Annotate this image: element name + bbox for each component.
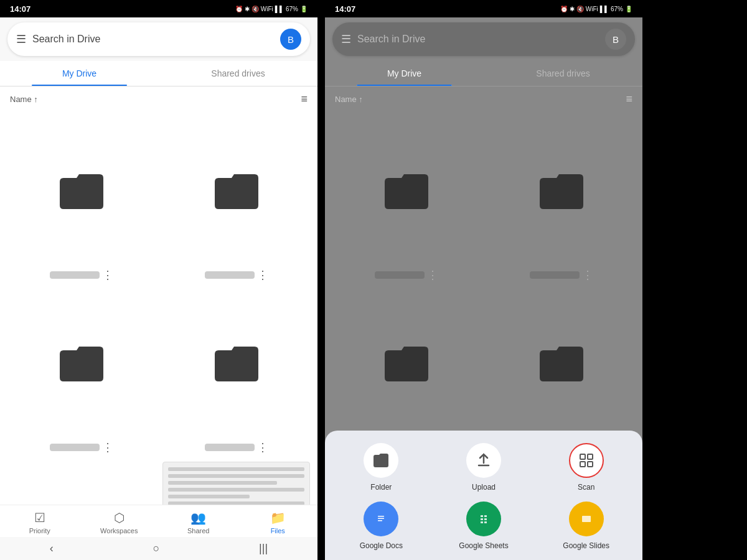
folder-svg-3 <box>57 342 106 385</box>
folder-item-r2: ⋮ <box>487 117 635 282</box>
folder-label-row-r2: ⋮ <box>487 268 635 282</box>
wifi-icon: WiFi <box>261 6 273 12</box>
svg-rect-1 <box>588 454 593 459</box>
folder-name-blurred-1 <box>50 271 100 279</box>
docs-action-label: Google Docs <box>360 541 403 550</box>
folder-name-blurred-3 <box>50 444 100 451</box>
recents-btn-left[interactable]: ||| <box>259 542 268 555</box>
folder-item-r1: ⋮ <box>332 117 480 282</box>
action-item-folder[interactable]: Folder <box>335 443 428 492</box>
sort-label-left[interactable]: Name ↑ <box>10 95 38 104</box>
priority-icon: ☑ <box>34 510 45 525</box>
list-view-icon-left[interactable]: ≡ <box>301 93 308 106</box>
folder-name-blurred-r2 <box>530 271 580 279</box>
folder-item-r3: ⋮ <box>332 289 480 454</box>
tabs-left: My Drive Shared drives <box>0 61 317 86</box>
nav-item-priority[interactable]: ☑ Priority <box>0 510 80 534</box>
svg-rect-0 <box>580 454 585 459</box>
svg-rect-5 <box>378 516 384 517</box>
doc-preview-1 <box>162 462 310 505</box>
folder-icon-3 <box>7 289 155 437</box>
more-dots-2[interactable]: ⋮ <box>257 268 268 282</box>
sort-bar-left: Name ↑ ≡ <box>0 86 317 112</box>
sheets-action-label: Google Sheets <box>459 541 508 550</box>
nav-item-workspaces[interactable]: ⬡ Workspaces <box>80 510 159 534</box>
slides-action-label: Google Slides <box>563 541 609 550</box>
folder-item-r4: ⋮ <box>487 289 635 454</box>
status-icons-right: ⏰ ✱ 🔇 WiFi ▌▌ 67% 🔋 <box>560 6 632 12</box>
avatar-left[interactable]: B <box>280 29 301 50</box>
tabs-right: My Drive Shared drives <box>325 61 642 86</box>
battery-left: 67% <box>286 6 298 12</box>
tab-my-drive-left[interactable]: My Drive <box>0 61 159 86</box>
nav-item-files[interactable]: 📁 Files <box>238 510 318 534</box>
shared-icon: 👥 <box>190 510 206 525</box>
action-item-slides[interactable]: Google Slides <box>540 502 632 550</box>
folder-action-label: Folder <box>370 483 392 492</box>
avatar-right[interactable]: B <box>605 29 626 50</box>
workspaces-icon: ⬡ <box>114 510 125 525</box>
folder-name-blurred-r1 <box>375 271 425 279</box>
folder-item-3[interactable]: ⋮ <box>7 289 155 454</box>
svg-rect-12 <box>484 518 487 520</box>
folder-item-1[interactable]: ⋮ <box>7 117 155 282</box>
folder-icon-svg <box>372 452 390 469</box>
more-dots-r1: ⋮ <box>427 268 438 282</box>
status-bar-left: 14:07 ⏰ ✱ 🔇 WiFi ▌▌ 67% 🔋 <box>0 0 317 17</box>
list-view-icon-right[interactable]: ≡ <box>626 93 632 106</box>
folder-svg-2 <box>212 169 261 213</box>
more-dots-4[interactable]: ⋮ <box>257 441 268 454</box>
action-item-sheets[interactable]: Google Sheets <box>438 502 530 550</box>
bluetooth-icon: ✱ <box>245 6 250 12</box>
doc-line-2 <box>168 474 304 478</box>
folder-label-row-1: ⋮ <box>7 268 155 282</box>
nav-item-shared[interactable]: 👥 Shared <box>159 510 238 534</box>
workspaces-label: Workspaces <box>100 527 138 534</box>
home-btn-left[interactable]: ○ <box>153 542 160 555</box>
folder-item-5[interactable]: ⋮ <box>7 462 155 505</box>
search-bar-right[interactable]: ☰ Search in Drive B <box>332 22 635 56</box>
docs-icon-svg <box>374 511 388 526</box>
folder-icon-r1 <box>332 117 480 264</box>
folder-icon-4 <box>162 289 310 437</box>
svg-rect-10 <box>484 515 487 517</box>
folder-grid-left: ⋮ ⋮ <box>7 117 310 505</box>
folder-label-row-3: ⋮ <box>7 441 155 454</box>
hamburger-icon-right[interactable]: ☰ <box>341 32 351 46</box>
folder-svg-r2 <box>537 169 586 213</box>
sort-label-right[interactable]: Name ↑ <box>335 95 363 104</box>
doc-item-1[interactable]: ≡ ⋮ + • • • <box>162 462 310 505</box>
tab-shared-drives-right[interactable]: Shared drives <box>484 61 642 86</box>
sound-icon-r: 🔇 <box>576 6 584 12</box>
folder-icon-5 <box>7 462 155 505</box>
left-phone: 14:07 ⏰ ✱ 🔇 WiFi ▌▌ 67% 🔋 ☰ Search in Dr… <box>0 0 317 560</box>
back-btn-left[interactable]: ‹ <box>50 542 54 555</box>
battery-icon: 🔋 <box>300 6 308 12</box>
search-bar-left[interactable]: ☰ Search in Drive B <box>7 22 310 56</box>
doc-line-3 <box>168 481 277 485</box>
svg-rect-16 <box>582 516 591 522</box>
more-dots-1[interactable]: ⋮ <box>102 268 113 282</box>
action-item-docs[interactable]: Google Docs <box>335 502 428 550</box>
action-item-upload[interactable]: Upload <box>438 443 530 492</box>
folder-item-2[interactable]: ⋮ <box>162 117 310 282</box>
sheets-action-icon <box>466 502 501 536</box>
svg-rect-8 <box>479 513 489 525</box>
tab-shared-drives-left[interactable]: Shared drives <box>159 61 317 86</box>
hamburger-icon-left[interactable]: ☰ <box>16 32 26 46</box>
doc-line-1 <box>168 467 304 471</box>
folder-svg-r4 <box>537 342 586 385</box>
priority-label: Priority <box>29 527 50 534</box>
svg-rect-7 <box>378 520 382 521</box>
signal-icon-r: ▌▌ <box>600 6 609 12</box>
more-dots-3[interactable]: ⋮ <box>102 441 113 454</box>
folder-name-blurred-4 <box>205 444 255 451</box>
folder-item-4[interactable]: ⋮ <box>162 289 310 454</box>
folder-icon-2 <box>162 117 310 264</box>
scan-action-icon <box>569 443 604 478</box>
upload-action-icon <box>466 443 501 478</box>
tab-my-drive-right[interactable]: My Drive <box>325 61 484 86</box>
sound-icon: 🔇 <box>251 6 259 12</box>
alarm-icon-r: ⏰ <box>560 6 568 12</box>
action-item-scan[interactable]: Scan <box>540 443 632 492</box>
